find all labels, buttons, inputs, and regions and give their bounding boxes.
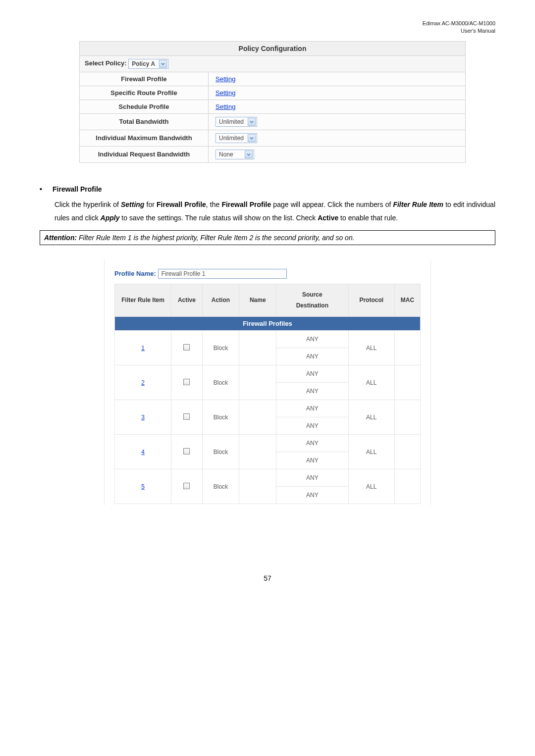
destination-cell-1: ANY [276,348,348,365]
select-policy-cell: Select Policy: Policy A [80,55,466,72]
content-paragraph: Click the hyperlink of Setting for Firew… [54,198,495,225]
name-cell-3 [239,400,276,435]
th-mac: MAC [395,284,421,317]
chevron-down-icon [159,60,167,68]
active-checkbox-1[interactable] [183,344,190,351]
chevron-down-icon [248,134,256,142]
ind-max-bandwidth-dropdown[interactable]: Unlimited [215,133,257,143]
destination-cell-3: ANY [276,417,348,435]
rule-link-5[interactable]: 5 [141,483,145,490]
protocol-cell-2: ALL [348,365,394,400]
profile-name-input[interactable] [158,269,287,279]
destination-cell-4: ANY [276,452,348,469]
header-meta: Edimax AC-M3000/AC-M1000 User's Manual [40,20,495,35]
action-cell-1: Block [202,331,239,365]
source-cell-3: ANY [276,400,348,417]
mac-cell-4 [395,435,421,469]
mac-cell-1 [395,331,421,365]
protocol-cell-5: ALL [348,469,394,504]
source-cell-4: ANY [276,435,348,452]
policy-config-table: Policy Configuration Select Policy: Poli… [79,41,466,163]
chevron-down-icon [248,118,256,126]
rule-link-3[interactable]: 3 [141,414,145,421]
attention-label: Attention: [44,234,77,242]
policy-config-title: Policy Configuration [80,41,466,55]
rule-link-2[interactable]: 2 [141,379,145,386]
select-policy-value: Policy A [132,60,159,67]
attention-text: Filter Rule Item 1 is the highest priori… [77,234,355,242]
rule-link-4[interactable]: 4 [141,449,145,455]
active-checkbox-5[interactable] [183,483,190,489]
source-cell-1: ANY [276,331,348,348]
route-profile-setting-link[interactable]: Setting [215,89,235,97]
active-checkbox-3[interactable] [183,413,190,420]
th-active: Active [171,284,202,317]
profile-name-row: Profile Name: [114,269,421,279]
total-bandwidth-dropdown[interactable]: Unlimited [215,117,257,127]
protocol-cell-1: ALL [348,331,394,365]
page-number: 57 [40,574,495,582]
firewall-profile-label: Firewall Profile [80,72,209,86]
schedule-profile-label: Schedule Profile [80,100,209,113]
profile-name-label: Profile Name: [114,270,156,277]
th-action: Action [202,284,239,317]
rule-link-1[interactable]: 1 [141,345,145,352]
select-policy-label: Select Policy: [85,59,127,67]
ind-max-bandwidth-value: Unlimited [219,135,248,142]
th-name: Name [239,284,276,317]
ind-req-bandwidth-dropdown[interactable]: None [215,150,254,159]
th-source-destination: Source Destination [276,284,348,317]
route-profile-label: Specific Route Profile [80,86,209,100]
action-cell-5: Block [202,469,239,504]
action-cell-4: Block [202,435,239,469]
mac-cell-2 [395,365,421,400]
source-cell-5: ANY [276,469,348,487]
th-filter-rule-item: Filter Rule Item [115,284,171,317]
th-protocol: Protocol [348,284,394,317]
ind-req-bandwidth-label: Individual Request Bandwidth [80,146,209,162]
firewall-profiles-title: Firewall Profiles [115,317,421,331]
active-checkbox-4[interactable] [183,448,190,454]
ind-max-bandwidth-label: Individual Maximum Bandwidth [80,130,209,146]
source-cell-2: ANY [276,365,348,383]
select-policy-dropdown[interactable]: Policy A [128,59,168,69]
schedule-profile-setting-link[interactable]: Setting [215,103,235,110]
name-cell-1 [239,331,276,365]
header-line1: Edimax AC-M3000/AC-M1000 [40,20,495,27]
firewall-profile-setting-link[interactable]: Setting [215,75,235,83]
firewall-profiles-panel: Profile Name: Firewall Profiles Filter R… [104,260,431,505]
destination-cell-5: ANY [276,487,348,504]
action-cell-2: Block [202,365,239,400]
mac-cell-5 [395,469,421,504]
attention-box: Attention: Filter Rule Item 1 is the hig… [40,230,495,245]
destination-cell-2: ANY [276,383,348,400]
name-cell-5 [239,469,276,504]
chevron-down-icon [245,151,253,158]
protocol-cell-4: ALL [348,435,394,469]
active-checkbox-2[interactable] [183,379,190,385]
bullet-icon: • [40,183,45,196]
header-line2: User's Manual [40,27,495,35]
total-bandwidth-value: Unlimited [219,118,248,125]
action-cell-3: Block [202,400,239,435]
content-block: • Firewall Profile Click the hyperlink o… [40,183,495,225]
mac-cell-3 [395,400,421,435]
firewall-profiles-table: Firewall Profiles Filter Rule Item Activ… [114,284,421,504]
name-cell-2 [239,365,276,400]
name-cell-4 [239,435,276,469]
section-heading: Firewall Profile [53,183,102,196]
total-bandwidth-label: Total Bandwidth [80,113,209,130]
ind-req-bandwidth-value: None [219,151,245,158]
protocol-cell-3: ALL [348,400,394,435]
